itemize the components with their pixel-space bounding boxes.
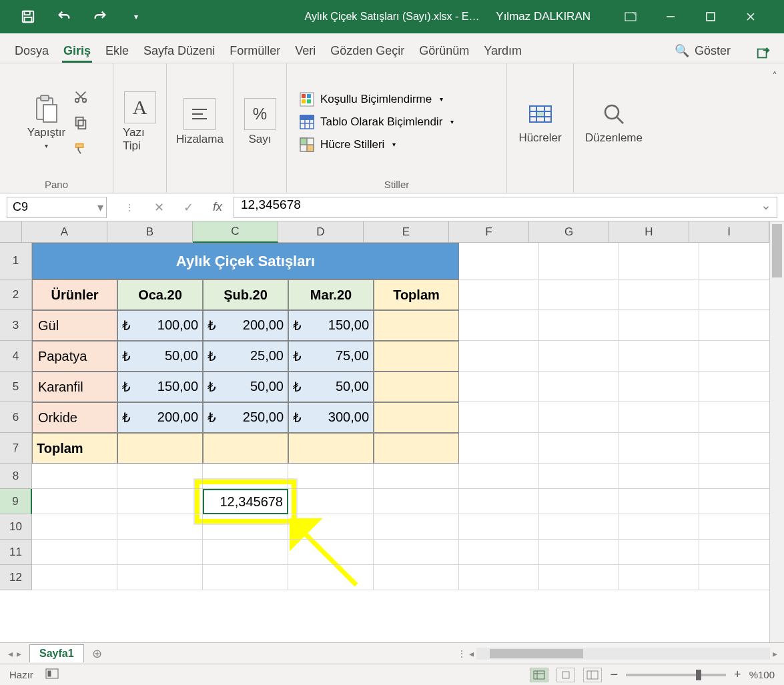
cell[interactable] xyxy=(374,433,459,464)
normal-view-icon[interactable] xyxy=(530,668,548,682)
row-header-12[interactable]: 12 xyxy=(0,565,32,590)
cell-empty[interactable] xyxy=(374,514,459,540)
cell-empty[interactable] xyxy=(699,341,769,372)
cell[interactable]: Mar.20 xyxy=(288,279,374,310)
cell-empty[interactable] xyxy=(288,514,374,540)
cell-empty[interactable] xyxy=(288,489,374,514)
cell[interactable]: Şub.20 xyxy=(203,279,288,310)
cell[interactable]: ₺200,00 xyxy=(203,310,288,341)
row-header-6[interactable]: 6 xyxy=(0,402,32,433)
cell[interactable]: ₺100,00 xyxy=(117,310,203,341)
add-sheet-icon[interactable]: ⊕ xyxy=(92,646,102,661)
scroll-thumb[interactable] xyxy=(772,224,782,277)
expand-formula-icon[interactable]: ⌄ xyxy=(761,197,771,213)
cell-empty[interactable] xyxy=(32,514,117,540)
cell-empty[interactable] xyxy=(459,372,539,402)
enter-formula-icon[interactable]: ✓ xyxy=(180,200,196,215)
page-break-view-icon[interactable] xyxy=(583,668,602,682)
tab-dosya[interactable]: Dosya xyxy=(13,39,50,63)
col-header-A[interactable]: A xyxy=(22,221,107,243)
cell-empty[interactable] xyxy=(459,433,539,464)
cell[interactable]: Gül xyxy=(32,310,117,341)
cell[interactable]: ₺200,00 xyxy=(117,402,203,433)
cell[interactable]: ₺75,00 xyxy=(288,341,374,372)
cell-empty[interactable] xyxy=(699,310,769,341)
cell-empty[interactable] xyxy=(539,310,619,341)
copy-icon[interactable] xyxy=(73,115,88,132)
tab-sayfa-duzeni[interactable]: Sayfa Düzeni xyxy=(142,39,216,63)
col-header-I[interactable]: I xyxy=(689,221,769,243)
col-header-D[interactable]: D xyxy=(278,221,364,243)
cell[interactable]: ₺250,00 xyxy=(203,402,288,433)
cell[interactable] xyxy=(203,433,288,464)
cell-empty[interactable] xyxy=(459,464,539,489)
cell-empty[interactable] xyxy=(374,540,459,565)
cell-empty[interactable] xyxy=(699,372,769,402)
zoom-level[interactable]: %100 xyxy=(749,669,775,680)
cell-empty[interactable] xyxy=(459,514,539,540)
cell-empty[interactable] xyxy=(539,514,619,540)
page-layout-view-icon[interactable] xyxy=(556,668,575,682)
prev-sheet-icon[interactable]: ◂ xyxy=(8,648,13,659)
tell-me[interactable]: Göster xyxy=(693,39,732,63)
cell-empty[interactable] xyxy=(619,279,699,310)
options-icon[interactable]: ⋮ xyxy=(121,202,137,213)
number-dropdown[interactable]: % Sayı xyxy=(242,95,279,149)
cell-empty[interactable] xyxy=(117,489,203,514)
tab-formuller[interactable]: Formüller xyxy=(228,39,282,63)
macro-record-icon[interactable] xyxy=(45,668,59,681)
cell[interactable]: Toplam xyxy=(32,433,117,464)
cell[interactable]: Toplam xyxy=(374,279,459,310)
col-header-H[interactable]: H xyxy=(609,221,689,243)
cell[interactable] xyxy=(288,433,374,464)
cell-empty[interactable] xyxy=(459,540,539,565)
cell-empty[interactable] xyxy=(203,514,288,540)
cell[interactable] xyxy=(374,310,459,341)
cell-empty[interactable] xyxy=(619,433,699,464)
cell[interactable] xyxy=(374,402,459,433)
cell[interactable]: Papatya xyxy=(32,341,117,372)
tab-veri[interactable]: Veri xyxy=(294,39,317,63)
col-header-E[interactable]: E xyxy=(364,221,449,243)
cell-empty[interactable] xyxy=(374,489,459,514)
cell-empty[interactable] xyxy=(699,464,769,489)
tab-yardim[interactable]: Yardım xyxy=(482,39,523,63)
cell-empty[interactable] xyxy=(699,489,769,514)
search-icon[interactable]: 🔍 xyxy=(675,43,689,58)
cell-empty[interactable] xyxy=(459,489,539,514)
cell-empty[interactable] xyxy=(117,565,203,590)
cell-empty[interactable] xyxy=(619,310,699,341)
cell-empty[interactable] xyxy=(619,243,699,279)
row-header-9[interactable]: 9 xyxy=(0,489,32,514)
cell[interactable]: ₺150,00 xyxy=(117,372,203,402)
cell-empty[interactable] xyxy=(619,540,699,565)
row-header-5[interactable]: 5 xyxy=(0,372,32,402)
qat-dropdown-icon[interactable]: ▾ xyxy=(128,9,144,25)
cell[interactable]: 12,345678 xyxy=(203,489,288,514)
cell-empty[interactable] xyxy=(117,514,203,540)
cell-empty[interactable] xyxy=(699,514,769,540)
tab-giris[interactable]: Giriş xyxy=(62,39,92,63)
redo-icon[interactable] xyxy=(92,9,108,25)
row-header-11[interactable]: 11 xyxy=(0,540,32,565)
cell-empty[interactable] xyxy=(288,540,374,565)
cell-empty[interactable] xyxy=(539,372,619,402)
cell-empty[interactable] xyxy=(203,540,288,565)
row-header-3[interactable]: 3 xyxy=(0,310,32,341)
cut-icon[interactable] xyxy=(73,89,88,106)
zoom-in-icon[interactable]: + xyxy=(734,668,741,682)
cell[interactable] xyxy=(374,372,459,402)
ribbon-display-icon[interactable] xyxy=(617,7,644,27)
cancel-formula-icon[interactable]: ✕ xyxy=(151,200,167,215)
row-header-1[interactable]: 1 xyxy=(0,243,32,279)
col-header-G[interactable]: G xyxy=(529,221,609,243)
cell-empty[interactable] xyxy=(539,402,619,433)
cell-empty[interactable] xyxy=(117,540,203,565)
cell-empty[interactable] xyxy=(32,540,117,565)
undo-icon[interactable] xyxy=(56,9,72,25)
font-dropdown[interactable]: A Yazı Tipi xyxy=(120,89,159,155)
cell-empty[interactable] xyxy=(539,540,619,565)
cell-empty[interactable] xyxy=(203,464,288,489)
cell-empty[interactable] xyxy=(459,402,539,433)
cell-empty[interactable] xyxy=(699,279,769,310)
